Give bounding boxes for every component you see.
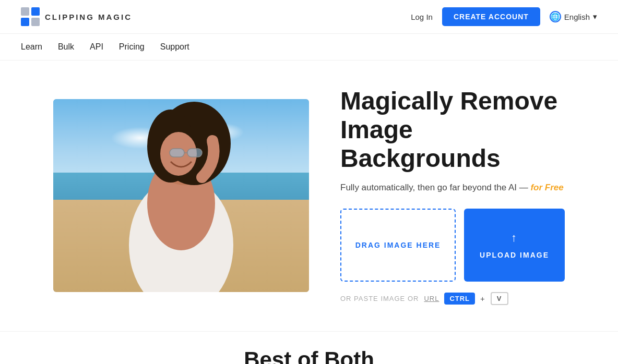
svg-rect-2 bbox=[21, 18, 29, 26]
svg-rect-10 bbox=[170, 149, 184, 157]
upload-button-label: UPLOAD IMAGE bbox=[480, 251, 549, 259]
hero-title: Magically Remove Image Backgrounds bbox=[340, 87, 565, 173]
svg-rect-11 bbox=[187, 149, 202, 157]
bottom-title: Best of Both bbox=[21, 347, 597, 364]
nav-item-api[interactable]: API bbox=[90, 39, 103, 55]
subtitle-text: Fully automatically, then go far beyond … bbox=[340, 183, 530, 192]
language-label: English bbox=[564, 13, 590, 21]
person-svg bbox=[98, 99, 265, 292]
globe-icon: 🌐 bbox=[550, 11, 561, 22]
nav-item-support[interactable]: Support bbox=[160, 39, 189, 55]
upload-arrow-icon: ↑ bbox=[511, 231, 518, 245]
logo-area: CLIPPING MAGIC bbox=[21, 7, 132, 26]
chevron-down-icon: ▾ bbox=[593, 12, 597, 21]
login-link[interactable]: Log In bbox=[411, 13, 433, 21]
paste-url-link[interactable]: URL bbox=[424, 295, 439, 302]
upload-image-button[interactable]: ↑ UPLOAD IMAGE bbox=[464, 209, 565, 282]
logo-text: CLIPPING MAGIC bbox=[45, 13, 132, 21]
logo-icon bbox=[21, 7, 40, 26]
drag-drop-zone[interactable]: DRAG IMAGE HERE bbox=[340, 209, 456, 282]
nav-item-bulk[interactable]: Bulk bbox=[58, 39, 74, 55]
hero-content: Magically Remove Image Backgrounds Fully… bbox=[340, 87, 565, 305]
paste-text: OR PASTE IMAGE OR bbox=[340, 295, 419, 302]
hero-section: Magically Remove Image Backgrounds Fully… bbox=[22, 60, 596, 326]
plus-sign: + bbox=[480, 294, 485, 303]
svg-rect-1 bbox=[31, 7, 40, 16]
svg-rect-0 bbox=[21, 7, 29, 16]
ctrl-key-badge: CTRL bbox=[444, 293, 475, 305]
hero-image-inner bbox=[53, 99, 309, 292]
hero-image bbox=[53, 99, 309, 292]
drag-zone-label: DRAG IMAGE HERE bbox=[355, 241, 441, 249]
nav-item-pricing[interactable]: Pricing bbox=[119, 39, 145, 55]
v-key-badge: V bbox=[491, 292, 508, 305]
language-selector[interactable]: 🌐 English ▾ bbox=[550, 11, 597, 22]
header: CLIPPING MAGIC Log In CREATE ACCOUNT 🌐 E… bbox=[0, 0, 618, 34]
paste-area: OR PASTE IMAGE OR URL CTRL + V bbox=[340, 292, 565, 305]
nav-item-learn[interactable]: Learn bbox=[21, 39, 42, 55]
bottom-section: Best of Both bbox=[0, 331, 618, 364]
hero-subtitle: Fully automatically, then go far beyond … bbox=[340, 183, 565, 193]
subtitle-highlight: for Free bbox=[530, 183, 563, 192]
header-right: Log In CREATE ACCOUNT 🌐 English ▾ bbox=[411, 7, 597, 26]
upload-area: DRAG IMAGE HERE ↑ UPLOAD IMAGE bbox=[340, 209, 565, 282]
svg-rect-3 bbox=[31, 18, 40, 26]
nav-bar: Learn Bulk API Pricing Support bbox=[0, 34, 618, 60]
create-account-button[interactable]: CREATE ACCOUNT bbox=[442, 7, 540, 26]
